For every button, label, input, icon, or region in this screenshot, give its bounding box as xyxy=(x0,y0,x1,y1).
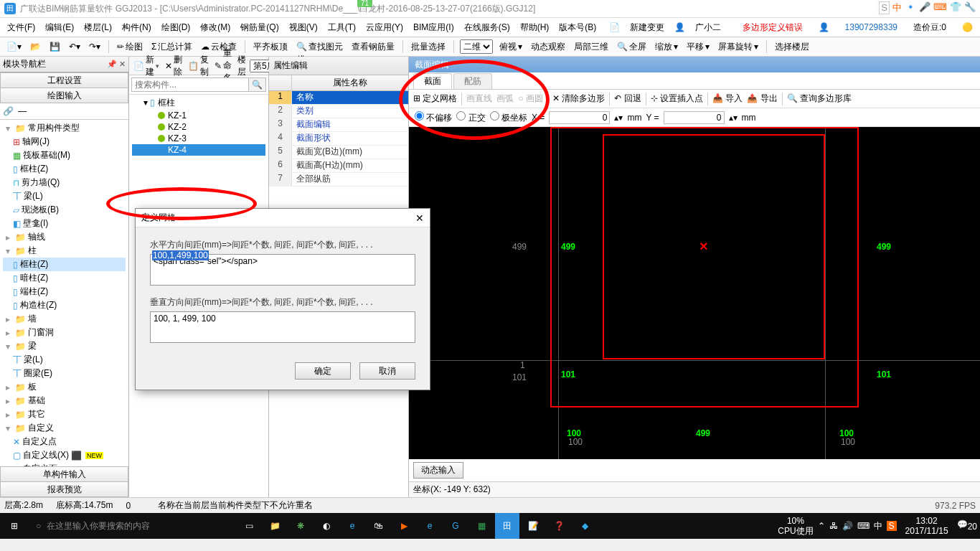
dim-select[interactable]: 二维 xyxy=(460,39,493,54)
search-icon[interactable]: 🔍 xyxy=(249,77,266,92)
offset-orth[interactable]: 正交 xyxy=(456,111,485,124)
menu-floor[interactable]: 楼层(L) xyxy=(80,20,116,35)
kz-tree[interactable]: ▾ ▯ 框柱 KZ-1 KZ-2 KZ-3 KZ-4 xyxy=(129,95,268,157)
avatar-name[interactable]: 广小二 xyxy=(691,20,725,35)
tab-section[interactable]: 截面 xyxy=(413,73,452,89)
tab-rebar[interactable]: 配筋 xyxy=(453,73,492,89)
cad-title: 截面编辑 xyxy=(409,57,980,72)
tray-lang-icon[interactable]: 中 xyxy=(874,520,882,532)
ime-bar[interactable]: S 中🔹🎤⌨👕🔧 xyxy=(875,0,980,16)
x-input[interactable] xyxy=(549,111,610,124)
offset-none[interactable]: 不偏移 xyxy=(415,111,452,124)
local3d-button[interactable]: 局部三维 xyxy=(572,40,611,54)
tab-project-settings[interactable]: 工程设置 xyxy=(0,72,128,88)
undo-icon[interactable]: ↶▾ xyxy=(67,41,83,52)
menu-tools[interactable]: 工具(T) xyxy=(324,20,360,35)
dyn-view-button[interactable]: 动态观察 xyxy=(529,40,567,54)
open-icon[interactable]: 📂 xyxy=(28,41,43,52)
zoom-button[interactable]: 缩放▾ xyxy=(653,40,680,54)
pan-button[interactable]: 平移▾ xyxy=(684,40,712,54)
menu-help[interactable]: 帮助(H) xyxy=(516,20,554,35)
task-view-icon[interactable]: ▭ xyxy=(237,513,261,539)
undo-button[interactable]: ↶ 回退 xyxy=(614,93,641,105)
app1-icon[interactable]: ❋ xyxy=(288,513,313,539)
menu-modify[interactable]: 修改(M) xyxy=(196,20,235,35)
menu-file[interactable]: 文件(F) xyxy=(3,20,39,35)
menu-bim[interactable]: BIM应用(I) xyxy=(409,20,458,35)
y-input[interactable] xyxy=(664,111,725,124)
draw-circle-button[interactable]: ○ 画圆 xyxy=(518,93,543,105)
store-icon[interactable]: 🛍 xyxy=(366,513,390,539)
dyn-input-button[interactable]: 动态输入 xyxy=(413,462,463,479)
batch-button[interactable]: 批量选择 xyxy=(409,40,448,54)
find-button[interactable]: 🔍 查找图元 xyxy=(294,40,345,54)
pin-icon[interactable]: 📌 ✕ xyxy=(107,60,126,69)
tray-up-icon[interactable]: ⌃ xyxy=(818,521,825,531)
draw-arc-button[interactable]: 画弧 xyxy=(496,93,514,105)
insert-point-button[interactable]: ⊹ 设置插入点 xyxy=(651,93,703,105)
player-icon[interactable]: ▶ xyxy=(392,513,416,539)
user-phone[interactable]: 13907298339 xyxy=(841,21,902,34)
explorer-icon[interactable]: 📁 xyxy=(263,513,287,539)
clock[interactable]: 13:022017/11/15 xyxy=(901,516,953,537)
dialog-close-icon[interactable]: ✕ xyxy=(415,212,424,224)
tab-report[interactable]: 报表预览 xyxy=(0,481,128,497)
ok-button[interactable]: 确定 xyxy=(295,362,351,380)
link-icon[interactable]: 🔗 xyxy=(3,106,14,116)
search-input[interactable] xyxy=(131,77,249,92)
tray-vol-icon[interactable]: 🔊 xyxy=(842,521,853,531)
edge-icon[interactable]: e xyxy=(340,513,364,539)
menu-online[interactable]: 在线服务(S) xyxy=(460,20,514,35)
new-file-icon[interactable]: 📄▾ xyxy=(4,41,24,52)
cancel-button[interactable]: 取消 xyxy=(359,362,415,380)
menu-view[interactable]: 视图(V) xyxy=(285,20,322,35)
cad-canvas[interactable]: × 499 499 101 101 100 499 100 1 101 499 … xyxy=(409,127,980,459)
draw-line-button[interactable]: 画直线 xyxy=(466,93,492,105)
tray-net-icon[interactable]: 🖧 xyxy=(829,521,838,531)
clear-poly-button[interactable]: ✕ 清除多边形 xyxy=(552,93,605,105)
notif-icon[interactable]: 💬20 xyxy=(957,519,977,532)
flat-button[interactable]: 平齐板顶 xyxy=(251,40,290,54)
sum-button[interactable]: Σ 汇总计算 xyxy=(149,40,194,54)
rotate-button[interactable]: 屏幕旋转▾ xyxy=(716,40,760,54)
tab-single[interactable]: 单构件输入 xyxy=(0,466,128,482)
update-badge[interactable]: 71 xyxy=(357,0,372,7)
menu-cloud[interactable]: 云应用(Y) xyxy=(362,20,407,35)
offset-polar[interactable]: 极坐标 xyxy=(490,111,527,124)
menu-edit[interactable]: 编辑(E) xyxy=(41,20,78,35)
fullscreen-button[interactable]: 🔍 全屏 xyxy=(615,40,649,54)
excel-icon[interactable]: ▦ xyxy=(469,513,494,539)
app4-icon[interactable]: ◆ xyxy=(573,513,597,539)
menu-draw[interactable]: 绘图(D) xyxy=(157,20,195,35)
v-input[interactable]: 100, 1, 499, 100 xyxy=(150,311,415,343)
define-grid-button[interactable]: ⊞ 定义网格 xyxy=(413,93,457,105)
draw-button[interactable]: ✏ 绘图 xyxy=(115,40,145,54)
app2-icon[interactable]: ◐ xyxy=(314,513,339,539)
tray-sogou-icon[interactable]: S xyxy=(887,521,897,531)
ie-icon[interactable]: e xyxy=(418,513,442,539)
start-button[interactable]: ⊞ xyxy=(0,513,29,539)
component-tree[interactable]: ▾📁常用构件类型 ⊞轴网(J) ▦筏板基础(M) ▯框柱(Z) ⊓剪力墙(Q) … xyxy=(0,120,128,467)
lib-button[interactable]: 🔍 查询多边形库 xyxy=(787,93,852,105)
prop-title: 属性编辑 xyxy=(269,57,408,75)
redo-icon[interactable]: ↷▾ xyxy=(87,41,103,52)
tab-draw-input[interactable]: 绘图输入 xyxy=(0,88,128,103)
ggj-icon[interactable]: 田 xyxy=(495,513,519,539)
view-rebar-button[interactable]: 查看钢筋量 xyxy=(349,40,397,54)
top-view-button[interactable]: 俯视▾ xyxy=(497,40,524,54)
tray-ime-icon[interactable]: ⌨ xyxy=(857,521,870,531)
unlink-icon[interactable]: — xyxy=(18,106,27,116)
help-icon[interactable]: ❓ xyxy=(547,513,571,539)
menu-component[interactable]: 构件(N) xyxy=(118,20,156,35)
new-change-button[interactable]: 新建变更 xyxy=(626,20,669,35)
note-icon[interactable]: 📝 xyxy=(521,513,545,539)
save-icon[interactable]: 💾 xyxy=(47,41,62,52)
import-button[interactable]: 📥 导入 xyxy=(712,93,743,105)
menu-rebar[interactable]: 钢筋量(Q) xyxy=(236,20,283,35)
export-button[interactable]: 📤 导出 xyxy=(747,93,777,105)
select-floor-button[interactable]: 选择楼层 xyxy=(773,40,811,54)
prop-table[interactable]: 1名称 2类别 3截面编辑 4截面形状 5截面宽(B边)(mm) 6截面高(H边… xyxy=(269,91,408,187)
taskbar-search[interactable]: ○ 在这里输入你要搜索的内容 xyxy=(29,518,237,534)
app3-icon[interactable]: G xyxy=(443,513,468,539)
menu-version[interactable]: 版本号(B) xyxy=(555,20,600,35)
